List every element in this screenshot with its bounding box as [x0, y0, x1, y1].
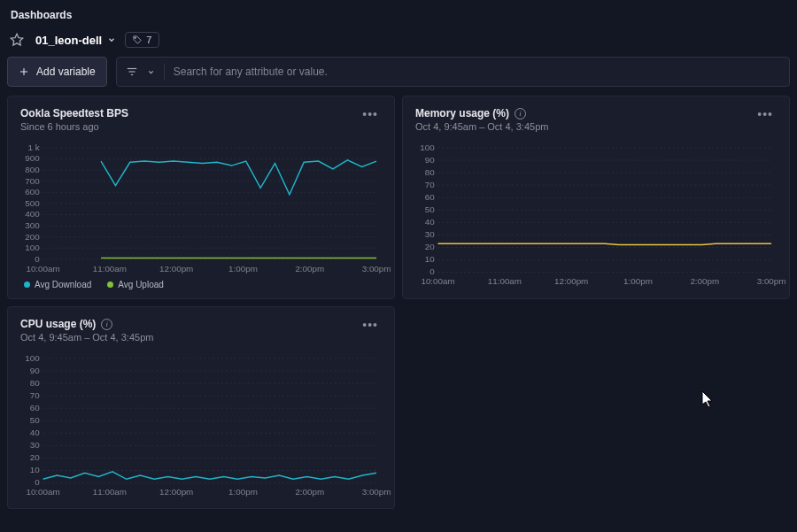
legend-dot — [107, 281, 113, 288]
svg-text:3:00pm: 3:00pm — [362, 264, 391, 274]
svg-text:60: 60 — [30, 404, 40, 413]
svg-text:70: 70 — [30, 391, 40, 401]
info-icon[interactable]: i — [515, 108, 526, 120]
svg-text:20: 20 — [30, 453, 40, 463]
panel-ookla: Ookla Speedtest BPS Since 6 hours ago ••… — [7, 96, 395, 299]
svg-text:40: 40 — [425, 217, 435, 227]
panel-title: CPU usage (%) — [20, 318, 96, 330]
breadcrumb-name: 01_leon-dell — [35, 34, 102, 47]
svg-text:40: 40 — [30, 428, 40, 438]
svg-text:11:00am: 11:00am — [93, 488, 127, 497]
svg-text:90: 90 — [30, 366, 40, 375]
svg-text:80: 80 — [30, 378, 40, 388]
svg-text:1:00pm: 1:00pm — [228, 264, 258, 274]
svg-text:1 k: 1 k — [28, 143, 40, 152]
svg-text:10:00am: 10:00am — [421, 276, 454, 286]
svg-text:500: 500 — [25, 198, 40, 208]
search-input[interactable] — [174, 66, 780, 78]
breadcrumb[interactable]: 01_leon-dell — [35, 34, 116, 47]
svg-text:0: 0 — [35, 478, 40, 488]
svg-text:11:00am: 11:00am — [488, 276, 522, 286]
panel-header: CPU usage (%) i Oct 4, 9:45am – Oct 4, 3… — [20, 318, 382, 343]
svg-text:50: 50 — [30, 416, 40, 426]
add-variable-label: Add variable — [36, 66, 96, 78]
svg-text:12:00pm: 12:00pm — [159, 488, 193, 497]
svg-text:2:00pm: 2:00pm — [690, 276, 719, 286]
legend-dot — [24, 281, 30, 288]
page-title-text: Dashboards — [11, 9, 72, 21]
dashboard-grid: Ookla Speedtest BPS Since 6 hours ago ••… — [0, 96, 797, 509]
panel-menu-button[interactable]: ••• — [754, 107, 777, 121]
panel-title: Memory usage (%) — [415, 107, 509, 120]
panel-header: Memory usage (%) i Oct 4, 9:45am – Oct 4… — [415, 107, 777, 132]
svg-text:10: 10 — [425, 254, 435, 264]
chart-memory: 100908070605040302010010:00am11:00am12:0… — [415, 144, 777, 288]
svg-point-1 — [135, 37, 135, 38]
chart-cpu: 100908070605040302010010:00am11:00am12:0… — [20, 355, 382, 498]
star-icon[interactable] — [7, 30, 27, 50]
svg-text:30: 30 — [425, 229, 435, 239]
svg-text:11:00am: 11:00am — [93, 264, 127, 274]
panel-subtitle: Oct 4, 9:45am – Oct 4, 3:45pm — [20, 332, 153, 343]
panel-menu-button[interactable]: ••• — [359, 107, 382, 121]
svg-text:12:00pm: 12:00pm — [159, 264, 193, 274]
svg-text:100: 100 — [25, 243, 40, 252]
svg-text:300: 300 — [25, 220, 40, 230]
svg-text:3:00pm: 3:00pm — [757, 276, 786, 286]
svg-text:2:00pm: 2:00pm — [295, 488, 324, 497]
svg-text:200: 200 — [25, 232, 40, 242]
svg-text:1:00pm: 1:00pm — [228, 488, 258, 497]
svg-text:10:00am: 10:00am — [26, 488, 59, 497]
svg-text:80: 80 — [425, 167, 435, 177]
panel-cpu: CPU usage (%) i Oct 4, 9:45am – Oct 4, 3… — [7, 306, 395, 508]
svg-text:600: 600 — [25, 187, 40, 197]
add-variable-button[interactable]: Add variable — [7, 57, 107, 87]
svg-text:0: 0 — [429, 266, 435, 276]
legend-item-upload[interactable]: Avg Upload — [107, 280, 164, 289]
tag-icon — [133, 35, 143, 45]
divider — [164, 64, 165, 80]
svg-text:10:00am: 10:00am — [26, 264, 59, 274]
page-title: Dashboards — [0, 0, 797, 25]
chart-legend: Avg Download Avg Upload — [20, 280, 382, 289]
svg-text:60: 60 — [425, 192, 435, 202]
panel-menu-button[interactable]: ••• — [359, 318, 382, 332]
svg-text:800: 800 — [25, 165, 40, 174]
panel-memory: Memory usage (%) i Oct 4, 9:45am – Oct 4… — [402, 96, 790, 299]
svg-text:90: 90 — [425, 155, 435, 165]
svg-text:10: 10 — [30, 466, 40, 475]
filter-icon[interactable] — [126, 66, 138, 78]
info-icon[interactable]: i — [101, 319, 112, 330]
svg-text:700: 700 — [25, 176, 40, 186]
legend-item-download[interactable]: Avg Download — [24, 280, 91, 289]
breadcrumb-row: 01_leon-dell 7 — [0, 25, 797, 57]
panel-subtitle: Oct 4, 9:45am – Oct 4, 3:45pm — [415, 121, 548, 132]
svg-text:20: 20 — [425, 242, 435, 251]
chevron-down-icon — [107, 35, 116, 44]
svg-text:30: 30 — [30, 441, 40, 451]
toolbar: Add variable — [0, 57, 797, 96]
chart-ookla: 1 k900800700600500400300200100010:00am11… — [20, 144, 382, 274]
plus-icon — [19, 66, 29, 77]
panel-title: Ookla Speedtest BPS — [20, 107, 128, 120]
svg-text:900: 900 — [25, 153, 40, 163]
svg-text:50: 50 — [425, 204, 435, 214]
svg-text:1:00pm: 1:00pm — [623, 276, 653, 286]
svg-marker-0 — [11, 34, 22, 45]
panel-header: Ookla Speedtest BPS Since 6 hours ago ••… — [20, 107, 382, 132]
legend-label: Avg Download — [35, 280, 91, 289]
svg-text:12:00pm: 12:00pm — [554, 276, 588, 286]
svg-text:400: 400 — [25, 209, 40, 219]
svg-text:70: 70 — [425, 180, 435, 189]
svg-text:2:00pm: 2:00pm — [295, 264, 324, 274]
tag-count-text: 7 — [146, 35, 151, 45]
svg-text:0: 0 — [35, 254, 40, 264]
legend-label: Avg Upload — [118, 280, 164, 289]
svg-text:100: 100 — [25, 353, 40, 363]
tag-count-pill[interactable]: 7 — [125, 32, 159, 48]
svg-text:3:00pm: 3:00pm — [362, 488, 391, 497]
svg-text:100: 100 — [420, 143, 435, 152]
search-bar[interactable] — [116, 57, 790, 87]
chevron-down-icon[interactable] — [147, 68, 155, 76]
panel-subtitle: Since 6 hours ago — [20, 121, 128, 132]
